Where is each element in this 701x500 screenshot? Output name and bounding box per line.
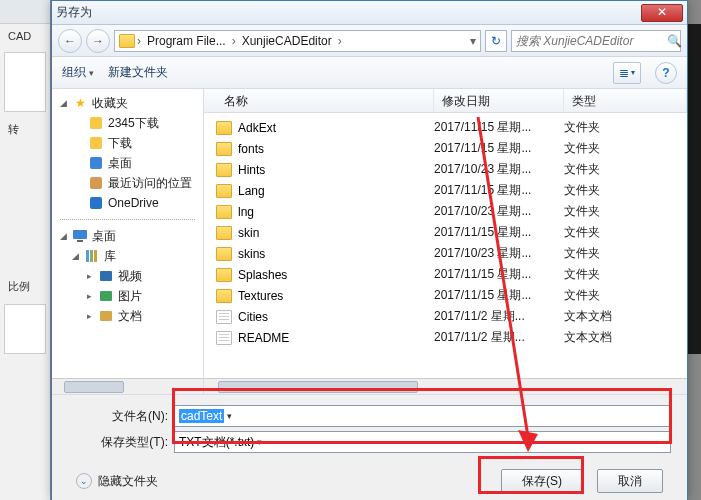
folder-icon xyxy=(216,205,232,219)
desktop-icon xyxy=(88,155,104,171)
file-row[interactable]: Splashes2017/11/15 星期...文件夹 xyxy=(204,264,687,285)
save-as-dialog: 另存为 ✕ ← → › Program File... › XunjieCADE… xyxy=(51,0,688,500)
folder-icon xyxy=(216,289,232,303)
close-button[interactable]: ✕ xyxy=(641,4,683,22)
background-app: CAD 转 比例 xyxy=(0,0,50,500)
sidebar-desktop[interactable]: ◢ 桌面 xyxy=(52,226,203,246)
file-row[interactable]: README2017/11/2 星期...文本文档 xyxy=(204,327,687,348)
svg-rect-7 xyxy=(86,250,89,262)
breadcrumb-seg[interactable]: XunjieCADEditor xyxy=(238,33,336,49)
filetype-value: TXT文档(*.txt) xyxy=(179,434,254,451)
svg-rect-9 xyxy=(94,250,97,262)
filetype-field[interactable]: TXT文档(*.txt) xyxy=(174,431,671,453)
svg-rect-8 xyxy=(90,250,93,262)
svg-rect-12 xyxy=(100,311,112,321)
folder-icon xyxy=(216,163,232,177)
search-box[interactable]: 🔍 xyxy=(511,30,681,52)
file-row[interactable]: AdkExt2017/11/15 星期...文件夹 xyxy=(204,117,687,138)
cancel-button[interactable]: 取消 xyxy=(597,469,663,493)
doc-icon xyxy=(98,308,114,324)
svg-rect-1 xyxy=(90,137,102,149)
folder-icon xyxy=(216,226,232,240)
filetype-label: 保存类型(T): xyxy=(68,434,168,451)
breadcrumb[interactable]: › Program File... › XunjieCADEditor › ▾ xyxy=(114,30,481,52)
sidebar-item[interactable]: 最近访问的位置 xyxy=(52,173,203,193)
save-button[interactable]: 保存(S) xyxy=(501,469,583,493)
new-folder-button[interactable]: 新建文件夹 xyxy=(108,64,168,81)
svg-rect-4 xyxy=(90,197,102,209)
svg-rect-2 xyxy=(90,157,102,169)
file-row[interactable]: Lang2017/11/15 星期...文件夹 xyxy=(204,180,687,201)
file-row[interactable]: skins2017/10/23 星期...文件夹 xyxy=(204,243,687,264)
refresh-button[interactable]: ↻ xyxy=(485,30,507,52)
sidebar-item[interactable]: ▸文档 xyxy=(52,306,203,326)
sidebar-libraries[interactable]: ◢ 库 xyxy=(52,246,203,266)
nav-row: ← → › Program File... › XunjieCADEditor … xyxy=(52,25,687,57)
file-row[interactable]: Cities2017/11/2 星期...文本文档 xyxy=(204,306,687,327)
folder-icon xyxy=(216,268,232,282)
sidebar-scrollbar[interactable] xyxy=(52,378,203,394)
hide-folders-toggle[interactable]: ⌄ 隐藏文件夹 xyxy=(76,473,158,490)
file-row[interactable]: fonts2017/11/15 星期...文件夹 xyxy=(204,138,687,159)
file-icon xyxy=(216,310,232,324)
filename-field[interactable]: cadText xyxy=(174,405,671,427)
file-list: AdkExt2017/11/15 星期...文件夹fonts2017/11/15… xyxy=(204,113,687,378)
file-row[interactable]: Textures2017/11/15 星期...文件夹 xyxy=(204,285,687,306)
download-icon xyxy=(88,115,104,131)
file-row[interactable]: lng2017/10/23 星期...文件夹 xyxy=(204,201,687,222)
search-input[interactable] xyxy=(516,34,667,48)
onedrive-icon xyxy=(88,195,104,211)
folder-icon xyxy=(216,142,232,156)
folder-icon xyxy=(119,34,135,48)
svg-rect-0 xyxy=(90,117,102,129)
sidebar-item[interactable]: 桌面 xyxy=(52,153,203,173)
help-button[interactable]: ? xyxy=(655,62,677,84)
svg-rect-10 xyxy=(100,271,112,281)
library-icon xyxy=(84,248,100,264)
view-mode-button[interactable]: ≣▾ xyxy=(613,62,641,84)
video-icon xyxy=(98,268,114,284)
form-area: 文件名(N): cadText 保存类型(T): TXT文档(*.txt) ⌄ … xyxy=(52,394,687,500)
svg-rect-11 xyxy=(100,291,112,301)
organize-menu[interactable]: 组织 xyxy=(62,64,94,81)
file-row[interactable]: skin2017/11/15 星期...文件夹 xyxy=(204,222,687,243)
sidebar-item[interactable]: 2345下载 xyxy=(52,113,203,133)
folder-icon xyxy=(216,184,232,198)
sidebar-favorites[interactable]: ◢★ 收藏夹 xyxy=(52,93,203,113)
col-date[interactable]: 修改日期 xyxy=(434,89,564,112)
folder-icon xyxy=(216,121,232,135)
title-bar[interactable]: 另存为 ✕ xyxy=(52,1,687,25)
file-scrollbar[interactable] xyxy=(204,378,687,394)
sidebar-item[interactable]: ▸图片 xyxy=(52,286,203,306)
col-type[interactable]: 类型 xyxy=(564,89,687,112)
sidebar-item[interactable]: ▸视频 xyxy=(52,266,203,286)
breadcrumb-dropdown-icon[interactable]: ▾ xyxy=(470,34,476,48)
recent-icon xyxy=(88,175,104,191)
back-button[interactable]: ← xyxy=(58,29,82,53)
sidebar-item[interactable]: 下载 xyxy=(52,133,203,153)
toolbar: 组织 新建文件夹 ≣▾ ? xyxy=(52,57,687,89)
sidebar: ◢★ 收藏夹 2345下载下载桌面最近访问的位置OneDrive ◢ 桌面 ◢ … xyxy=(52,89,204,394)
filename-value[interactable]: cadText xyxy=(179,409,224,423)
svg-rect-3 xyxy=(90,177,102,189)
column-headers[interactable]: 名称 修改日期 类型 xyxy=(204,89,687,113)
chevron-down-icon: ⌄ xyxy=(76,473,92,489)
svg-rect-6 xyxy=(77,240,83,242)
col-name[interactable]: 名称 xyxy=(204,89,434,112)
bg-bili-label: 比例 xyxy=(0,273,50,300)
forward-button[interactable]: → xyxy=(86,29,110,53)
file-row[interactable]: Hints2017/10/23 星期...文件夹 xyxy=(204,159,687,180)
monitor-icon xyxy=(72,228,88,244)
file-pane: 名称 修改日期 类型 AdkExt2017/11/15 星期...文件夹font… xyxy=(204,89,687,394)
breadcrumb-seg[interactable]: Program File... xyxy=(143,33,230,49)
bg-cad-label: CAD xyxy=(0,24,50,48)
picture-icon xyxy=(98,288,114,304)
file-icon xyxy=(216,331,232,345)
dialog-title: 另存为 xyxy=(56,4,641,21)
svg-rect-5 xyxy=(73,230,87,239)
filename-label: 文件名(N): xyxy=(68,408,168,425)
download-icon xyxy=(88,135,104,151)
folder-icon xyxy=(216,247,232,261)
sidebar-item[interactable]: OneDrive xyxy=(52,193,203,213)
search-icon[interactable]: 🔍 xyxy=(667,34,682,48)
